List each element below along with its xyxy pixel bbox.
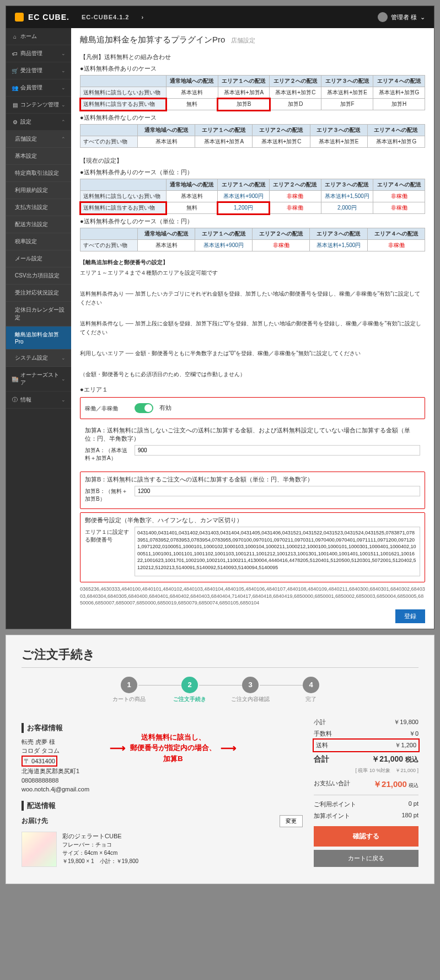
sidebar-item-content[interactable]: ▤コンテンツ管理⌄ — [6, 97, 71, 114]
product-size: サイズ：64cm × 64cm — [62, 849, 138, 857]
sidebar-sub-law[interactable]: 特定商取引法設定 — [6, 165, 71, 182]
sidebar-sub-basic[interactable]: 基本設定 — [6, 148, 71, 165]
sidebar-sub-tax[interactable]: 税率設定 — [6, 233, 71, 250]
sidebar-sub-agreement[interactable]: 利用規約設定 — [6, 182, 71, 199]
sidebar-item-home[interactable]: ⌂ホーム — [6, 28, 71, 45]
chevron-right-icon: › — [141, 14, 144, 20]
sidebar-item-owners[interactable]: 🏬オーナーズストア⌄ — [6, 367, 71, 392]
step-4: 4完了 — [281, 677, 341, 703]
confirm-button[interactable]: 確認する — [314, 826, 418, 847]
zip-field-input[interactable]: 0431400,0431401,0431402,0431403,0431404,… — [135, 527, 420, 576]
shipping-highlight: 送料￥1,200 — [314, 740, 418, 751]
add-a-input[interactable] — [135, 445, 420, 456]
checkout-page: ご注文手続き 1カートの商品 2ご注文手続き 3ご注文内容確認 4完了 お客様情… — [6, 635, 434, 884]
highlight-row-free: 送料無料に該当するお買い物 — [81, 99, 167, 110]
cart-icon: 🛒 — [12, 68, 18, 74]
sidebar-item-info[interactable]: ⓘ情報⌄ — [6, 392, 71, 409]
add-a-label: 加算A：（基本送料＋加算A） — [85, 445, 129, 462]
sidebar-sub-holiday[interactable]: 定休日カレンダー設定 — [6, 302, 71, 326]
order-summary: 小計￥19,800 手数料￥0 送料￥1,200 合計￥21,000 税込 [ … — [314, 716, 418, 867]
step-2: 2ご注文手続き — [159, 677, 220, 703]
sidebar-sub-shopsetting[interactable]: 店舗設定⌃ — [6, 131, 71, 148]
area1-toggle[interactable] — [135, 403, 153, 413]
cube-icon — [15, 13, 24, 22]
users-icon: 👥 — [12, 85, 18, 91]
area1-toggle-block: 稼働／非稼働 有効 — [80, 397, 425, 419]
main-content: 離島追加料金を加算するプラグインPro 店舗設定 【凡例】送料無料との組み合わせ… — [71, 28, 434, 629]
product-row: 彩のジェラートCUBE フレーバー：チョコ サイズ：64cm × 64cm ￥1… — [22, 832, 303, 867]
avatar-icon — [378, 12, 388, 22]
current-table-1: 通常地域への配送エリア１への配送エリア２への配送エリア３への配送エリア４への配送… — [80, 179, 425, 214]
case2-cur: ●送料無料条件なしのケース（単位：円） — [80, 217, 425, 226]
step-3: 3ご注文内容確認 — [220, 677, 281, 703]
add-b-input[interactable] — [135, 486, 420, 496]
change-button[interactable]: 変更 — [280, 815, 303, 827]
sidebar-item-order[interactable]: 🛒受注管理⌄ — [6, 62, 71, 79]
brand-text: EC CUBE. — [28, 13, 69, 22]
arrow-right-icon: ⟶ — [110, 741, 126, 754]
highlight-row-free-cur: 送料無料に該当するお買い物 — [81, 202, 167, 214]
store-icon: 🏬 — [12, 376, 18, 382]
tag-icon: 🏷 — [12, 51, 18, 57]
example-table-2: 通常地域への配送エリア１への配送エリア２への配送エリア３への配送エリア４への配送… — [80, 124, 425, 148]
current-heading: 【現在の設定】 — [80, 157, 425, 165]
sidebar-sub-orderstatus[interactable]: 受注対応状況設定 — [6, 285, 71, 302]
arrow-right-icon: ⟶ — [221, 741, 237, 754]
file-icon: ▤ — [12, 102, 18, 108]
case1-label: ●送料無料条件ありのケース — [80, 65, 425, 73]
admin-header: EC CUBE. EC-CUBE4.1.2 › 管理者 様 ⌄ — [6, 6, 434, 28]
add-b-label: 加算B：（無料＋加算B） — [85, 486, 129, 503]
add-a-desc: 加算A：送料無料に該当しないご注文への送料に加算する金額、および送料無料設定して… — [85, 426, 420, 443]
zip-field-label: エリア１に設定する郵便番号 — [85, 527, 129, 544]
sidebar-sub-mail[interactable]: メール設定 — [6, 250, 71, 267]
chevron-down-icon: ⌄ — [61, 102, 66, 108]
chevron-down-icon: ⌄ — [61, 51, 66, 56]
chevron-down-icon: ⌄ — [61, 376, 66, 382]
product-flavor: フレーバー：チョコ — [62, 840, 138, 849]
chevron-down-icon: ⌄ — [61, 355, 66, 361]
case2-label: ●送料無料条件なしのケース — [80, 114, 425, 122]
highlight-cell-addb: 加算B — [218, 99, 270, 110]
highlight-cell-1200: 1,200円 — [218, 202, 270, 214]
sidebar-item-setting[interactable]: ⚙設定⌃ — [6, 114, 71, 131]
gear-icon: ⚙ — [12, 119, 18, 125]
user-name: 管理者 様 — [391, 13, 417, 22]
customer-title: お客様情報 — [22, 723, 104, 733]
sidebar: ⌂ホーム 🏷商品管理⌄ 🛒受注管理⌄ 👥会員管理⌄ ▤コンテンツ管理⌄ ⚙設定⌃… — [6, 28, 71, 629]
customer-zip-highlight: 〒 0431400 — [22, 756, 57, 767]
explanation-message: 送料無料に該当し、 郵便番号が指定内の場合、 加算B — [130, 732, 216, 764]
brand: EC CUBE. EC-CUBE4.1.2 › — [15, 13, 144, 22]
chevron-down-icon: ⌄ — [61, 85, 66, 90]
checkout-title: ご注文手続き — [22, 646, 418, 663]
sidebar-sub-system[interactable]: システム設定⌄ — [6, 350, 71, 367]
back-to-cart-button[interactable]: カートに戻る — [314, 850, 418, 867]
zip-field-desc: 郵便番号設定（半角数字、ハイフンなし、カンマ区切り） — [85, 516, 420, 524]
sidebar-sub-delivery[interactable]: 配送方法設定 — [6, 216, 71, 233]
example-heading: 【凡例】送料無料との組み合わせ — [80, 53, 425, 61]
case1-cur: ●送料無料条件ありのケース（単位：円） — [80, 168, 425, 176]
sidebar-item-product[interactable]: 🏷商品管理⌄ — [6, 45, 71, 62]
product-price: ￥19,800 × 1 小計：￥19,800 — [62, 857, 138, 865]
page-title: 離島追加料金を加算するプラグインPro 店舗設定 — [80, 35, 425, 45]
product-image — [22, 832, 57, 867]
register-button[interactable]: 登録 — [395, 609, 425, 623]
user-menu[interactable]: 管理者 様 ⌄ — [378, 12, 425, 22]
add-a-block: 加算A：送料無料に該当しないご注文への送料に加算する金額、および送料無料設定して… — [80, 422, 425, 468]
sidebar-sub-payment[interactable]: 支払方法設定 — [6, 199, 71, 216]
sidebar-sub-csv[interactable]: CSV出力項目設定 — [6, 267, 71, 285]
customer-info: 転売 虎夢 様 コロダ タコム 〒 0431400 北海道奥尻郡奥尻町1 080… — [22, 737, 104, 794]
add-b-block: 加算B：送料無料に該当するご注文への送料に加算する金額（単位：円、半角数字） 加… — [80, 472, 425, 509]
chevron-up-icon: ⌃ — [61, 119, 66, 125]
chevron-down-icon: ⌄ — [420, 14, 425, 21]
product-name: 彩のジェラートCUBE — [62, 832, 138, 841]
current-table-2: 通常地域への配送エリア１への配送エリア２への配送エリア３への配送エリア４への配送… — [80, 228, 425, 251]
toggle-label: 稼働／非稼働 — [85, 403, 129, 413]
zip-field-block: 郵便番号設定（半角数字、ハイフンなし、カンマ区切り） エリア１に設定する郵便番号… — [80, 512, 425, 582]
version-text[interactable]: EC-CUBE4.1.2 — [82, 14, 130, 20]
sidebar-item-member[interactable]: 👥会員管理⌄ — [6, 79, 71, 97]
step-1: 1カートの商品 — [99, 677, 159, 703]
toggle-state: 有効 — [159, 404, 171, 411]
sidebar-sub-plugin[interactable]: 離島追加料金加算Pro — [6, 326, 71, 350]
add-b-desc: 加算B：送料無料に該当するご注文への送料に加算する金額（単位：円、半角数字） — [85, 475, 420, 484]
progress-steps: 1カートの商品 2ご注文手続き 3ご注文内容確認 4完了 — [22, 677, 418, 703]
